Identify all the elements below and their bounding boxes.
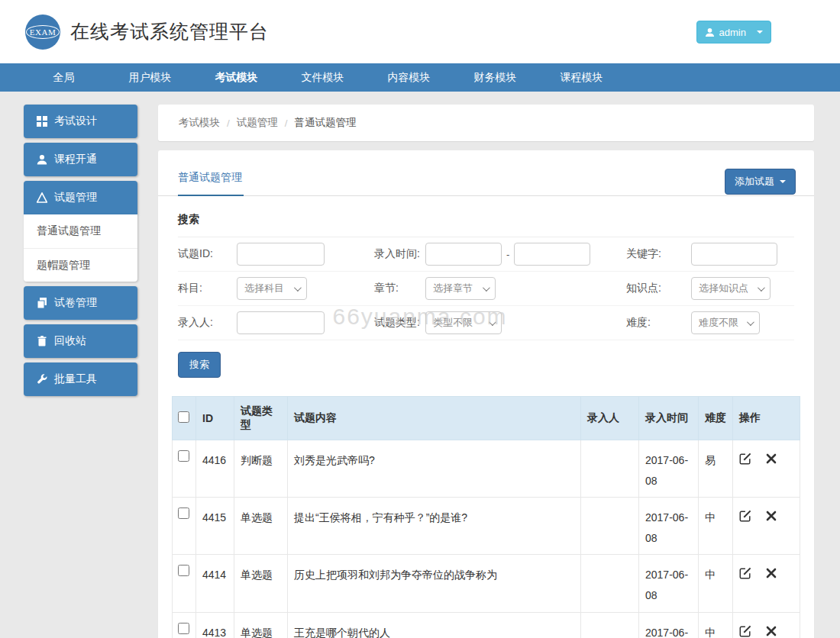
cell-difficulty: 易 [699,440,733,498]
delete-icon[interactable] [766,511,777,521]
question-table: ID 试题类型 试题内容 录入人 录入时间 难度 操作 4416 [172,396,800,638]
entry-time-label: 录入时间: [374,247,425,261]
sidebar-item-question-manage[interactable]: 试题管理 [24,181,137,214]
nav-item-file-module[interactable]: 文件模块 [279,63,366,92]
breadcrumb-item-current: 普通试题管理 [295,116,357,130]
cell-difficulty: 中 [699,498,733,555]
nav-item-global[interactable]: 全局 [21,63,107,92]
logo-text: EXAM [26,25,60,39]
sidebar-item-exam-design[interactable]: 考试设计 [24,105,137,138]
cell-entry-date: 2017-06-08 [639,612,699,638]
row-checkbox[interactable] [178,623,189,634]
question-id-label: 试题ID: [178,247,237,261]
chapter-select-value: 选择章节 [433,282,473,295]
search-row-1: 试题ID: 录入时间: - 关键字: [178,237,794,272]
add-question-label: 添加试题 [735,175,774,188]
sidebar-item-course-open[interactable]: 课程开通 [24,143,137,176]
cell-question-content: 王充是哪个朝代的人 [288,612,581,638]
row-checkbox[interactable] [178,565,189,576]
content-panel: 普通试题管理 添加试题 搜索 试题ID: 录入时间: [158,150,814,638]
knowledge-select[interactable]: 选择知识点 [691,277,771,300]
sidebar-subitem-cap-question[interactable]: 题帽题管理 [24,248,137,282]
subject-label: 科目: [178,282,237,295]
app-header: EXAM 在线考试系统管理平台 admin [0,0,840,63]
sidebar-label: 试题管理 [54,191,97,205]
row-checkbox[interactable] [178,508,189,519]
cell-entry-date: 2017-06-08 [639,498,699,555]
breadcrumb-item[interactable]: 试题管理 [237,116,278,130]
cell-question-type: 单选题 [234,555,288,612]
cell-question-type: 单选题 [234,612,288,638]
breadcrumb: 考试模块 / 试题管理 / 普通试题管理 [158,105,814,141]
entry-person-input[interactable] [237,311,325,334]
search-row-3: 录入人: 试题类型: 类型不限 难度: 难度不限 [178,306,794,340]
delete-icon[interactable] [766,568,777,578]
sidebar-item-paper-manage[interactable]: 试卷管理 [24,286,137,320]
header-entry-time: 录入时间 [639,397,699,440]
chapter-label: 章节: [374,282,425,295]
question-id-input[interactable] [237,243,325,266]
question-type-select-value: 类型不限 [433,316,473,330]
chapter-select[interactable]: 选择章节 [425,277,496,300]
sidebar-subitem-normal-question[interactable]: 普通试题管理 [24,214,137,248]
cell-question-type: 单选题 [234,498,288,555]
edit-icon[interactable] [739,567,751,579]
table-row: 4416 判断题 刘秀是光武帝吗? 2017-06-08 易 [173,440,800,498]
difficulty-select[interactable]: 难度不限 [691,311,760,334]
delete-icon[interactable] [766,626,777,636]
table-row: 4414 单选题 历史上把项羽和刘邦为争夺帝位的战争称为 2017-06-08 … [173,555,800,612]
app-title: 在线考试系统管理平台 [70,19,269,44]
wrench-icon [37,374,47,385]
header-question-type: 试题类型 [234,397,288,440]
table-header-row: ID 试题类型 试题内容 录入人 录入时间 难度 操作 [173,397,800,440]
sidebar-label: 批量工具 [54,372,97,386]
add-question-button[interactable]: 添加试题 [725,169,796,195]
nav-item-exam-module[interactable]: 考试模块 [193,63,279,92]
sidebar-label: 课程开通 [54,153,97,166]
nav-item-user-module[interactable]: 用户模块 [107,63,193,92]
cell-entry-date: 2017-06-08 [639,555,699,612]
search-heading: 搜索 [178,213,794,237]
header-entry-person: 录入人 [581,397,639,440]
tab-normal-question-manage[interactable]: 普通试题管理 [178,171,244,196]
chevron-down-icon [780,180,786,183]
difficulty-select-value: 难度不限 [699,316,738,330]
row-checkbox[interactable] [178,450,189,462]
cell-question-content: 提出“王侯将相，宁有种乎？”的是谁? [288,498,581,555]
user-icon [37,154,47,165]
edit-icon[interactable] [739,453,751,465]
sidebar-label: 考试设计 [54,114,97,128]
difficulty-label: 难度: [626,316,691,330]
cell-id: 4416 [196,440,234,498]
user-icon [705,27,715,37]
trash-icon [37,336,47,346]
nav-item-finance-module[interactable]: 财务模块 [452,63,538,92]
edit-icon[interactable] [739,625,751,637]
cell-question-type: 判断题 [234,440,288,498]
sidebar-item-batch-tools[interactable]: 批量工具 [24,362,137,396]
entry-time-end-input[interactable] [514,243,590,266]
header-operations: 操作 [733,397,800,440]
question-type-select[interactable]: 类型不限 [425,311,502,334]
search-button[interactable]: 搜索 [178,352,221,378]
delete-icon[interactable] [766,453,777,464]
table-row: 4415 单选题 提出“王侯将相，宁有种乎？”的是谁? 2017-06-08 中 [173,498,800,555]
header-question-content: 试题内容 [288,397,581,440]
admin-user-button[interactable]: admin [696,21,771,44]
sidebar-item-recycle-bin[interactable]: 回收站 [24,324,137,358]
nav-item-content-module[interactable]: 内容模块 [366,63,452,92]
cell-entry-person [581,555,639,612]
chevron-down-icon [758,284,765,292]
breadcrumb-separator: / [285,118,288,129]
select-all-checkbox[interactable] [178,411,189,423]
keyword-input[interactable] [691,243,777,266]
sidebar-label: 回收站 [54,334,86,348]
search-row-2: 科目: 选择科目 章节: 选择章节 知识点: [178,272,794,306]
subject-select[interactable]: 选择科目 [237,277,307,300]
sidebar-label: 试卷管理 [54,296,97,310]
entry-time-start-input[interactable] [425,243,502,266]
copy-icon [37,298,47,308]
breadcrumb-item[interactable]: 考试模块 [179,116,220,130]
nav-item-course-module[interactable]: 课程模块 [538,63,625,92]
edit-icon[interactable] [739,510,751,522]
